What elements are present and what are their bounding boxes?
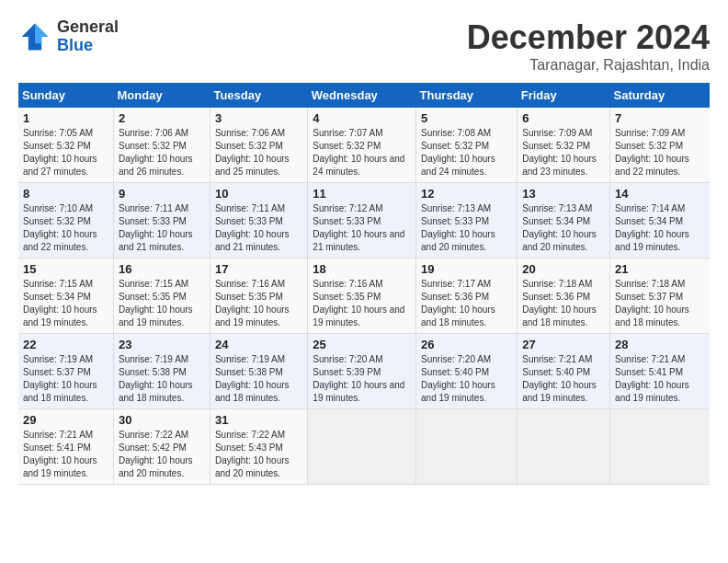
day-info: Sunrise: 7:12 AM Sunset: 5:33 PM Dayligh…: [313, 202, 411, 254]
day-number: 5: [421, 111, 512, 125]
calendar-cell: 9Sunrise: 7:11 AM Sunset: 5:33 PM Daylig…: [114, 183, 210, 259]
day-info: Sunrise: 7:15 AM Sunset: 5:34 PM Dayligh…: [23, 278, 108, 329]
logo-icon: [18, 20, 51, 53]
day-number: 6: [522, 111, 605, 125]
calendar-cell: 15Sunrise: 7:15 AM Sunset: 5:34 PM Dayli…: [18, 259, 114, 334]
day-number: 31: [215, 413, 302, 427]
day-info: Sunrise: 7:21 AM Sunset: 5:40 PM Dayligh…: [522, 353, 605, 405]
day-info: Sunrise: 7:16 AM Sunset: 5:35 PM Dayligh…: [313, 278, 411, 329]
day-info: Sunrise: 7:11 AM Sunset: 5:33 PM Dayligh…: [215, 202, 302, 254]
day-info: Sunrise: 7:19 AM Sunset: 5:37 PM Dayligh…: [23, 353, 108, 405]
calendar-week-row: 8Sunrise: 7:10 AM Sunset: 5:32 PM Daylig…: [18, 183, 710, 259]
calendar-cell: 18Sunrise: 7:16 AM Sunset: 5:35 PM Dayli…: [308, 259, 416, 334]
location-subtitle: Taranagar, Rajashtan, India: [467, 57, 710, 74]
day-number: 17: [215, 262, 302, 276]
day-number: 30: [119, 413, 205, 427]
calendar-cell: 20Sunrise: 7:18 AM Sunset: 5:36 PM Dayli…: [518, 259, 610, 334]
day-info: Sunrise: 7:18 AM Sunset: 5:36 PM Dayligh…: [522, 278, 605, 329]
calendar-cell: 25Sunrise: 7:20 AM Sunset: 5:39 PM Dayli…: [308, 334, 416, 409]
calendar-week-row: 15Sunrise: 7:15 AM Sunset: 5:34 PM Dayli…: [18, 259, 710, 334]
day-info: Sunrise: 7:22 AM Sunset: 5:42 PM Dayligh…: [119, 429, 205, 480]
calendar-header-row: Sunday Monday Tuesday Wednesday Thursday…: [18, 83, 710, 108]
day-number: 20: [522, 262, 605, 276]
day-info: Sunrise: 7:13 AM Sunset: 5:33 PM Dayligh…: [421, 202, 512, 254]
title-area: December 2024 Taranagar, Rajashtan, Indi…: [467, 18, 710, 74]
calendar-cell: 23Sunrise: 7:19 AM Sunset: 5:38 PM Dayli…: [114, 334, 210, 409]
day-info: Sunrise: 7:20 AM Sunset: 5:39 PM Dayligh…: [313, 353, 411, 405]
header-monday: Monday: [114, 83, 210, 108]
svg-marker-1: [35, 23, 48, 43]
day-info: Sunrise: 7:08 AM Sunset: 5:32 PM Dayligh…: [421, 127, 512, 178]
day-info: Sunrise: 7:06 AM Sunset: 5:32 PM Dayligh…: [119, 127, 205, 178]
day-number: 19: [421, 262, 512, 276]
day-number: 29: [23, 413, 108, 427]
calendar-cell: 8Sunrise: 7:10 AM Sunset: 5:32 PM Daylig…: [18, 183, 114, 259]
header-saturday: Saturday: [610, 83, 710, 108]
calendar-cell: [610, 409, 710, 485]
calendar-cell: 14Sunrise: 7:14 AM Sunset: 5:34 PM Dayli…: [610, 183, 710, 259]
calendar-cell: [308, 409, 416, 485]
day-info: Sunrise: 7:20 AM Sunset: 5:40 PM Dayligh…: [421, 353, 512, 405]
calendar-cell: 11Sunrise: 7:12 AM Sunset: 5:33 PM Dayli…: [308, 183, 416, 259]
calendar-cell: 4Sunrise: 7:07 AM Sunset: 5:32 PM Daylig…: [308, 108, 416, 183]
calendar-cell: 2Sunrise: 7:06 AM Sunset: 5:32 PM Daylig…: [114, 108, 210, 183]
day-info: Sunrise: 7:19 AM Sunset: 5:38 PM Dayligh…: [119, 353, 205, 405]
calendar-cell: 17Sunrise: 7:16 AM Sunset: 5:35 PM Dayli…: [210, 259, 307, 334]
calendar-cell: 19Sunrise: 7:17 AM Sunset: 5:36 PM Dayli…: [416, 259, 518, 334]
day-info: Sunrise: 7:14 AM Sunset: 5:34 PM Dayligh…: [615, 202, 705, 254]
logo-general-text: General: [57, 18, 119, 37]
calendar-cell: 7Sunrise: 7:09 AM Sunset: 5:32 PM Daylig…: [610, 108, 710, 183]
day-number: 2: [119, 111, 205, 125]
day-number: 7: [615, 111, 705, 125]
day-number: 18: [313, 262, 411, 276]
calendar-cell: 5Sunrise: 7:08 AM Sunset: 5:32 PM Daylig…: [416, 108, 518, 183]
calendar-cell: 30Sunrise: 7:22 AM Sunset: 5:42 PM Dayli…: [114, 409, 210, 485]
day-number: 9: [119, 187, 205, 201]
calendar-cell: 24Sunrise: 7:19 AM Sunset: 5:38 PM Dayli…: [210, 334, 307, 409]
calendar-cell: 16Sunrise: 7:15 AM Sunset: 5:35 PM Dayli…: [114, 259, 210, 334]
calendar-table: Sunday Monday Tuesday Wednesday Thursday…: [18, 83, 710, 485]
calendar-cell: 31Sunrise: 7:22 AM Sunset: 5:43 PM Dayli…: [210, 409, 307, 485]
day-number: 25: [313, 338, 411, 351]
day-info: Sunrise: 7:17 AM Sunset: 5:36 PM Dayligh…: [421, 278, 512, 329]
day-info: Sunrise: 7:22 AM Sunset: 5:43 PM Dayligh…: [215, 429, 302, 480]
day-number: 24: [215, 338, 302, 351]
page-header: General Blue December 2024 Taranagar, Ra…: [18, 18, 710, 74]
calendar-cell: [518, 409, 610, 485]
calendar-cell: 22Sunrise: 7:19 AM Sunset: 5:37 PM Dayli…: [18, 334, 114, 409]
header-wednesday: Wednesday: [308, 83, 416, 108]
day-number: 4: [313, 111, 411, 125]
day-number: 1: [23, 111, 108, 125]
calendar-cell: 6Sunrise: 7:09 AM Sunset: 5:32 PM Daylig…: [518, 108, 610, 183]
day-info: Sunrise: 7:16 AM Sunset: 5:35 PM Dayligh…: [215, 278, 302, 329]
day-number: 27: [522, 338, 605, 351]
day-number: 3: [215, 111, 302, 125]
day-info: Sunrise: 7:18 AM Sunset: 5:37 PM Dayligh…: [615, 278, 705, 329]
calendar-cell: 10Sunrise: 7:11 AM Sunset: 5:33 PM Dayli…: [210, 183, 307, 259]
day-number: 28: [615, 338, 705, 351]
day-number: 10: [215, 187, 302, 201]
header-tuesday: Tuesday: [210, 83, 307, 108]
header-thursday: Thursday: [416, 83, 518, 108]
day-info: Sunrise: 7:09 AM Sunset: 5:32 PM Dayligh…: [615, 127, 705, 178]
logo: General Blue: [18, 18, 119, 55]
day-info: Sunrise: 7:15 AM Sunset: 5:35 PM Dayligh…: [119, 278, 205, 329]
day-number: 14: [615, 187, 705, 201]
day-info: Sunrise: 7:21 AM Sunset: 5:41 PM Dayligh…: [615, 353, 705, 405]
header-sunday: Sunday: [18, 83, 114, 108]
day-info: Sunrise: 7:11 AM Sunset: 5:33 PM Dayligh…: [119, 202, 205, 254]
day-number: 12: [421, 187, 512, 201]
day-info: Sunrise: 7:06 AM Sunset: 5:32 PM Dayligh…: [215, 127, 302, 178]
day-info: Sunrise: 7:09 AM Sunset: 5:32 PM Dayligh…: [522, 127, 605, 178]
day-number: 11: [313, 187, 411, 201]
calendar-cell: [416, 409, 518, 485]
month-year-title: December 2024: [467, 18, 710, 57]
day-number: 22: [23, 338, 108, 351]
calendar-cell: 3Sunrise: 7:06 AM Sunset: 5:32 PM Daylig…: [210, 108, 307, 183]
calendar-cell: 12Sunrise: 7:13 AM Sunset: 5:33 PM Dayli…: [416, 183, 518, 259]
calendar-cell: 29Sunrise: 7:21 AM Sunset: 5:41 PM Dayli…: [18, 409, 114, 485]
logo-blue-text: Blue: [57, 37, 119, 55]
calendar-cell: 27Sunrise: 7:21 AM Sunset: 5:40 PM Dayli…: [518, 334, 610, 409]
day-number: 23: [119, 338, 205, 351]
day-info: Sunrise: 7:13 AM Sunset: 5:34 PM Dayligh…: [522, 202, 605, 254]
